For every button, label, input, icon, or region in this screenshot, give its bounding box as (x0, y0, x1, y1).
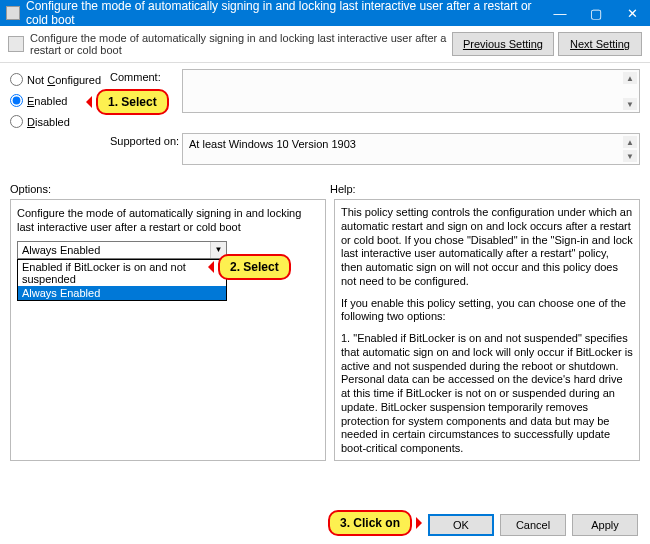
not-configured-label[interactable]: Not Configured (27, 74, 101, 86)
comment-input[interactable]: ▲ ▼ (182, 69, 640, 113)
next-setting-button[interactable]: Next Setting (558, 32, 642, 56)
help-p1: This policy setting controls the configu… (341, 206, 633, 289)
options-panel: Configure the mode of automatically sign… (10, 199, 326, 461)
policy-icon (8, 36, 24, 52)
scroll-up-icon[interactable]: ▲ (623, 72, 637, 84)
dropdown-option-bitlocker[interactable]: Enabled if BitLocker is on and not suspe… (18, 260, 226, 286)
disabled-label[interactable]: Disabled (27, 116, 70, 128)
minimize-button[interactable]: — (542, 0, 578, 26)
previous-setting-button[interactable]: Previous Setting (452, 32, 554, 56)
enabled-label[interactable]: Enabled (27, 95, 67, 107)
supported-label: Supported on: (110, 133, 182, 165)
scroll-down-icon[interactable]: ▼ (623, 98, 637, 110)
close-button[interactable]: ✕ (614, 0, 650, 26)
help-p3: 1. "Enabled if BitLocker is on and not s… (341, 332, 633, 456)
help-p2: If you enable this policy setting, you c… (341, 297, 633, 325)
mode-combobox[interactable]: Always Enabled ▼ (17, 241, 227, 259)
scroll-down-icon[interactable]: ▼ (623, 150, 637, 162)
window-title: Configure the mode of automatically sign… (26, 0, 542, 27)
mode-dropdown[interactable]: Enabled if BitLocker is on and not suspe… (17, 259, 227, 301)
scroll-up-icon[interactable]: ▲ (623, 136, 637, 148)
supported-display: At least Windows 10 Version 1903 ▲ ▼ (182, 133, 640, 165)
help-label: Help: (330, 183, 356, 195)
dropdown-option-always[interactable]: Always Enabled (18, 286, 226, 300)
not-configured-radio[interactable] (10, 73, 23, 86)
ok-button[interactable]: OK (428, 514, 494, 536)
help-panel: This policy setting controls the configu… (334, 199, 640, 461)
callout-2: 2. Select (218, 254, 291, 280)
option-caption: Configure the mode of automatically sign… (17, 206, 319, 235)
maximize-button[interactable]: ▢ (578, 0, 614, 26)
disabled-radio[interactable] (10, 115, 23, 128)
policy-title: Configure the mode of automatically sign… (30, 32, 448, 56)
apply-button[interactable]: Apply (572, 514, 638, 536)
callout-3: 3. Click on (328, 510, 412, 536)
enabled-radio[interactable] (10, 94, 23, 107)
supported-value: At least Windows 10 Version 1903 (189, 138, 356, 150)
cancel-button[interactable]: Cancel (500, 514, 566, 536)
app-icon (6, 6, 20, 20)
callout-1: 1. Select (96, 89, 169, 115)
combo-value: Always Enabled (22, 244, 100, 256)
options-label: Options: (10, 183, 330, 195)
